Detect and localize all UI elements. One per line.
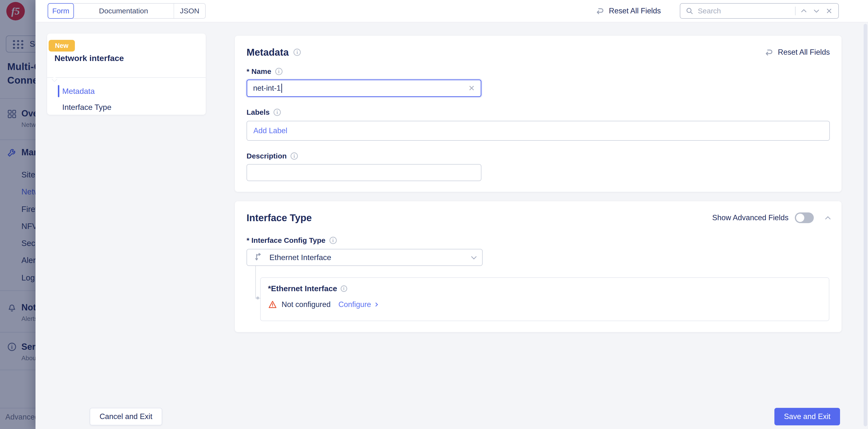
warning-icon <box>268 300 277 309</box>
form-main-column: Metadata Reset All Fields * Name net-int… <box>235 22 841 332</box>
section-link-interface-type[interactable]: Interface Type <box>47 99 206 115</box>
show-advanced-label: Show Advanced Fields <box>712 213 788 222</box>
cancel-and-exit-button[interactable]: Cancel and Exit <box>90 408 162 425</box>
chevron-down-icon <box>471 254 477 260</box>
config-type-block: Ethernet Interface *Ethernet Interface <box>247 249 830 321</box>
branch-icon <box>253 252 265 263</box>
labels-field-label: Labels <box>247 108 270 117</box>
section-link-metadata[interactable]: Metadata <box>47 83 206 99</box>
labels-input[interactable]: Add Label <box>247 121 830 141</box>
description-input[interactable] <box>247 164 482 181</box>
name-info-icon[interactable] <box>275 68 282 75</box>
reset-all-fields-top[interactable]: Reset All Fields <box>594 6 661 16</box>
add-label-button[interactable]: Add Label <box>253 126 287 135</box>
config-type-label: * Interface Config Type <box>247 236 326 244</box>
section-nav: Metadata Interface Type <box>47 83 206 115</box>
description-field-label: Description <box>247 152 287 160</box>
ethernet-interface-title-row: *Ethernet Interface <box>268 284 822 293</box>
configure-link-label: Configure <box>338 300 371 309</box>
metadata-section-title: Metadata <box>247 47 289 58</box>
card-reset-label: Reset All Fields <box>778 48 830 57</box>
form-nav-card: New Network interface Metadata Interface… <box>47 34 206 115</box>
search-placeholder: Search <box>698 7 791 15</box>
search-icon <box>685 6 694 15</box>
interface-type-section-card: Interface Type Show Advanced Fields * In… <box>235 201 841 332</box>
status-badge-new: New <box>49 40 75 52</box>
nav-card-divider <box>47 77 206 78</box>
search-clear-icon[interactable] <box>825 6 834 15</box>
reset-all-fields-card[interactable]: Reset All Fields <box>763 47 830 58</box>
name-input-value: net-int-1 <box>253 84 281 93</box>
scrollbar-thumb[interactable] <box>864 24 867 426</box>
ethernet-info-icon[interactable] <box>341 285 347 292</box>
advanced-fields-control: Show Advanced Fields <box>712 212 830 223</box>
metadata-card-header: Metadata Reset All Fields <box>247 46 830 58</box>
reset-icon <box>594 6 605 16</box>
interface-card-header: Interface Type Show Advanced Fields <box>247 212 830 224</box>
labels-info-icon[interactable] <box>274 109 281 116</box>
nav-card-notch <box>52 76 57 82</box>
network-interface-slideover: Form Documentation JSON Reset All Fields… <box>35 0 868 429</box>
search-input[interactable]: Search <box>680 3 839 19</box>
name-field-label: * Name <box>247 67 271 75</box>
cancel-button-label: Cancel and Exit <box>99 412 152 421</box>
save-button-label: Save and Exit <box>784 412 830 421</box>
tab-form[interactable]: Form <box>48 3 74 19</box>
search-next-icon[interactable] <box>812 6 821 15</box>
connector-line <box>255 266 256 298</box>
ethernet-interface-title: *Ethernet Interface <box>268 284 337 293</box>
ethernet-status-row: Not configured Configure <box>268 300 822 309</box>
interface-section-title: Interface Type <box>247 212 312 223</box>
tab-documentation[interactable]: Documentation <box>73 4 174 18</box>
reset-icon <box>763 47 774 58</box>
show-advanced-toggle[interactable] <box>795 212 814 223</box>
object-title: Network interface <box>55 54 124 63</box>
slideover-topbar: Form Documentation JSON Reset All Fields… <box>35 0 868 22</box>
view-tabs: Form Documentation JSON <box>48 3 206 19</box>
name-input[interactable]: net-int-1 <box>247 79 482 97</box>
labels-field-label-row: Labels <box>247 108 830 117</box>
config-type-select[interactable]: Ethernet Interface <box>247 249 483 266</box>
metadata-info-icon[interactable] <box>293 48 301 56</box>
tab-json[interactable]: JSON <box>174 4 205 18</box>
slideover-content: New Network interface Metadata Interface… <box>35 22 868 429</box>
config-type-value: Ethernet Interface <box>269 253 331 262</box>
save-and-exit-button[interactable]: Save and Exit <box>774 408 840 425</box>
description-field-label-row: Description <box>247 152 830 161</box>
metadata-section-card: Metadata Reset All Fields * Name net-int… <box>235 36 841 192</box>
name-field-label-row: * Name <box>247 67 830 76</box>
ethernet-interface-card: *Ethernet Interface Not configured <box>260 277 829 321</box>
description-info-icon[interactable] <box>290 153 298 160</box>
connector-dot <box>256 297 259 299</box>
config-type-info-icon[interactable] <box>330 237 337 244</box>
chevron-right-icon <box>374 303 378 307</box>
collapse-section-icon[interactable] <box>825 216 831 222</box>
name-clear-icon[interactable] <box>468 84 475 93</box>
configure-link[interactable]: Configure <box>338 300 377 309</box>
not-configured-status: Not configured <box>282 300 331 309</box>
text-cursor <box>281 84 282 93</box>
search-divider <box>795 6 796 15</box>
search-prev-icon[interactable] <box>800 6 808 15</box>
reset-all-fields-label: Reset All Fields <box>609 6 661 15</box>
config-type-label-row: * Interface Config Type <box>247 236 830 245</box>
